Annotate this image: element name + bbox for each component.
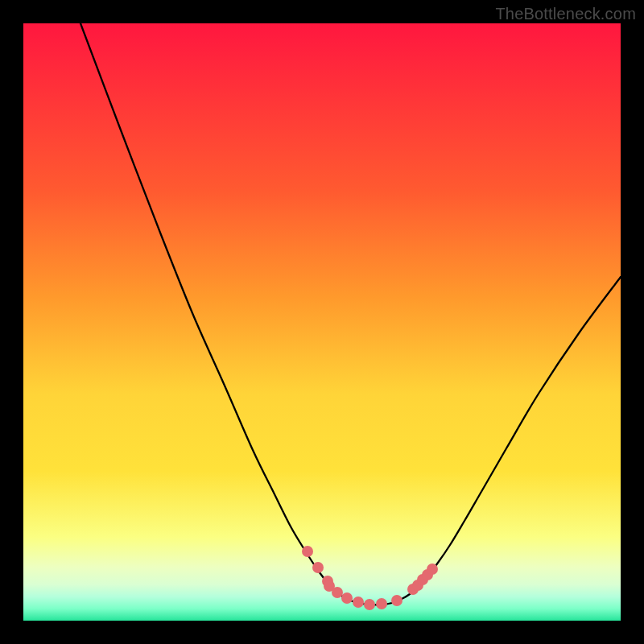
- curve-marker: [364, 599, 375, 610]
- curve-marker: [312, 562, 324, 573]
- curve-marker: [376, 598, 387, 609]
- curve-marker: [302, 546, 313, 557]
- watermark-text: TheBottleneck.com: [495, 5, 636, 23]
- curve-marker: [341, 592, 353, 604]
- plot-area: [23, 23, 621, 621]
- chart-frame: TheBottleneck.com: [0, 0, 644, 644]
- curve-marker: [427, 564, 438, 575]
- curve-marker: [353, 597, 364, 608]
- curve-marker: [391, 595, 402, 606]
- curve-marker: [332, 587, 343, 598]
- gradient-background: [23, 23, 621, 621]
- plot-svg: [23, 23, 621, 621]
